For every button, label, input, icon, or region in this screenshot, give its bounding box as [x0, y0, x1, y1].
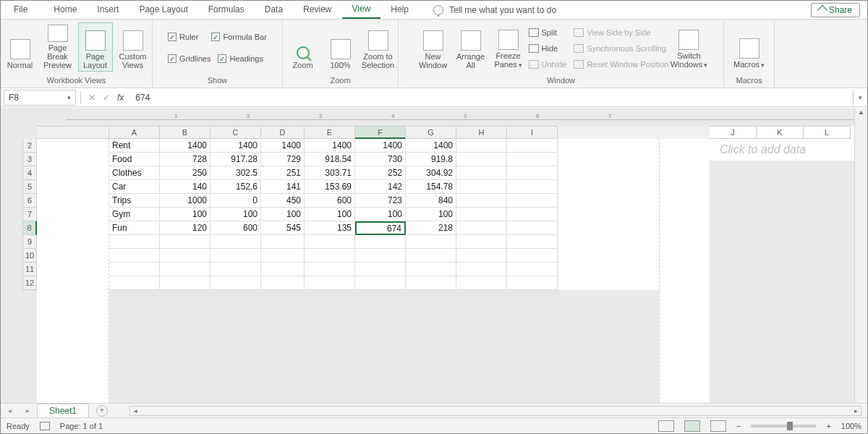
- cell-E5[interactable]: 153.69: [305, 180, 355, 194]
- zoom-slider[interactable]: [751, 425, 816, 427]
- synchronous-scrolling-button[interactable]: Synchronous Scrolling: [574, 41, 668, 56]
- name-box-dropdown-icon[interactable]: ▾: [67, 94, 71, 101]
- zoom-level[interactable]: 100%: [841, 422, 861, 430]
- cell-I9[interactable]: [507, 235, 558, 249]
- column-header-A[interactable]: A: [109, 126, 160, 139]
- expand-formula-bar-button[interactable]: ▾: [853, 90, 867, 106]
- cell-A9[interactable]: [109, 235, 160, 249]
- cell-C6[interactable]: 0: [210, 194, 261, 208]
- cell-G4[interactable]: 304.92: [406, 166, 456, 180]
- name-box[interactable]: F8 ▾: [4, 90, 76, 106]
- column-header-G[interactable]: G: [406, 126, 456, 139]
- tab-home[interactable]: Home: [43, 1, 87, 18]
- cell-C10[interactable]: [210, 249, 261, 263]
- cell-A3[interactable]: Food: [109, 153, 160, 166]
- fx-button[interactable]: fx: [117, 93, 124, 103]
- tell-me-search[interactable]: Tell me what you want to do: [433, 5, 556, 15]
- zoom-100-button[interactable]: 100%: [323, 22, 358, 72]
- enter-formula-button[interactable]: ✓: [103, 93, 110, 103]
- row-header-6[interactable]: 6: [22, 194, 37, 208]
- cell-F4[interactable]: 252: [355, 166, 406, 180]
- cell-D4[interactable]: 251: [261, 166, 305, 180]
- cell-H5[interactable]: [456, 180, 507, 194]
- scroll-right-button[interactable]: ▸: [851, 407, 861, 414]
- cell-A5[interactable]: Car: [109, 180, 160, 194]
- cell-H4[interactable]: [456, 166, 507, 180]
- tab-data[interactable]: Data: [255, 1, 293, 18]
- cell-C3[interactable]: 917.28: [210, 153, 261, 166]
- gridlines-checkbox[interactable]: ✓Gridlines: [168, 51, 210, 66]
- freeze-panes-button[interactable]: Freeze Panes▾: [491, 22, 526, 72]
- cell-A11[interactable]: [109, 263, 160, 276]
- normal-view-status-button[interactable]: [658, 420, 674, 432]
- zoom-in-button[interactable]: +: [826, 422, 830, 430]
- cell-D3[interactable]: 729: [261, 153, 305, 166]
- next-page-area[interactable]: JKL Click to add data: [710, 126, 854, 161]
- tab-insert[interactable]: Insert: [87, 1, 129, 18]
- cell-G6[interactable]: 840: [406, 194, 456, 208]
- cell-H12[interactable]: [456, 276, 507, 290]
- cell-B2[interactable]: 1400: [160, 139, 210, 153]
- cell-C8[interactable]: 600: [210, 221, 261, 235]
- formula-input[interactable]: 674: [129, 93, 853, 103]
- split-button[interactable]: Split: [529, 25, 567, 40]
- unhide-button[interactable]: Unhide: [529, 57, 567, 72]
- cell-G10[interactable]: [406, 249, 456, 263]
- cell-D7[interactable]: 100: [261, 208, 305, 221]
- cell-E12[interactable]: [305, 276, 355, 290]
- share-button[interactable]: Share: [811, 3, 860, 17]
- cell-C5[interactable]: 152.6: [210, 180, 261, 194]
- row-header-7[interactable]: 7: [22, 208, 37, 221]
- arrange-all-button[interactable]: Arrange All: [454, 22, 488, 72]
- cell-C4[interactable]: 302.5: [210, 166, 261, 180]
- cell-C2[interactable]: 1400: [210, 139, 261, 153]
- cell-D8[interactable]: 545: [261, 221, 305, 235]
- zoom-button[interactable]: Zoom: [286, 22, 320, 72]
- cell-I7[interactable]: [507, 208, 558, 221]
- cell-C12[interactable]: [210, 276, 261, 290]
- cell-H10[interactable]: [456, 249, 507, 263]
- cell-B9[interactable]: [160, 235, 210, 249]
- row-header-4[interactable]: 4: [22, 166, 37, 180]
- cell-A7[interactable]: Gym: [109, 208, 160, 221]
- cancel-formula-button[interactable]: ✕: [88, 93, 95, 103]
- cell-A4[interactable]: Clothes: [109, 166, 160, 180]
- cell-I12[interactable]: [507, 276, 558, 290]
- cell-B8[interactable]: 120: [160, 221, 210, 235]
- cell-D12[interactable]: [261, 276, 305, 290]
- cell-A8[interactable]: Fun: [109, 221, 160, 235]
- column-header-H[interactable]: H: [456, 126, 507, 139]
- cell-F5[interactable]: 142: [355, 180, 406, 194]
- normal-view-button[interactable]: Normal: [3, 22, 38, 72]
- formula-bar-checkbox[interactable]: ✓Formula Bar: [211, 30, 267, 44]
- page-layout-view-button[interactable]: Page Layout: [78, 22, 113, 72]
- column-header-L[interactable]: L: [804, 126, 851, 139]
- cell-G7[interactable]: 100: [406, 208, 456, 221]
- cell-I3[interactable]: [507, 153, 558, 166]
- column-header-J[interactable]: J: [710, 126, 757, 139]
- view-side-by-side-button[interactable]: View Side by Side: [574, 25, 668, 40]
- page-layout-view-status-button[interactable]: [684, 420, 700, 432]
- scroll-up-button[interactable]: ▴: [855, 108, 867, 119]
- cell-A6[interactable]: Trips: [109, 194, 160, 208]
- cell-F6[interactable]: 723: [355, 194, 406, 208]
- cell-E6[interactable]: 600: [305, 194, 355, 208]
- cell-E10[interactable]: [305, 249, 355, 263]
- cell-B6[interactable]: 1000: [160, 194, 210, 208]
- zoom-out-button[interactable]: −: [736, 422, 741, 430]
- row-header-11[interactable]: 11: [22, 263, 37, 276]
- column-header-F[interactable]: F: [355, 126, 406, 139]
- cell-F8[interactable]: 674: [355, 221, 406, 235]
- cell-E9[interactable]: [305, 235, 355, 249]
- cell-G3[interactable]: 919.8: [406, 153, 456, 166]
- row-header-12[interactable]: 12: [22, 276, 37, 290]
- cell-G5[interactable]: 154.78: [406, 180, 456, 194]
- cell-F3[interactable]: 730: [355, 153, 406, 166]
- row-header-10[interactable]: 10: [22, 249, 37, 263]
- add-data-placeholder[interactable]: Click to add data: [710, 139, 854, 161]
- tab-review[interactable]: Review: [293, 1, 341, 18]
- cell-G8[interactable]: 218: [406, 221, 456, 235]
- reset-window-position-button[interactable]: Reset Window Position: [574, 57, 668, 72]
- sheet-tab-sheet1[interactable]: Sheet1: [37, 404, 89, 417]
- cell-grid[interactable]: Rent140014001400140014001400Food728917.2…: [109, 139, 659, 290]
